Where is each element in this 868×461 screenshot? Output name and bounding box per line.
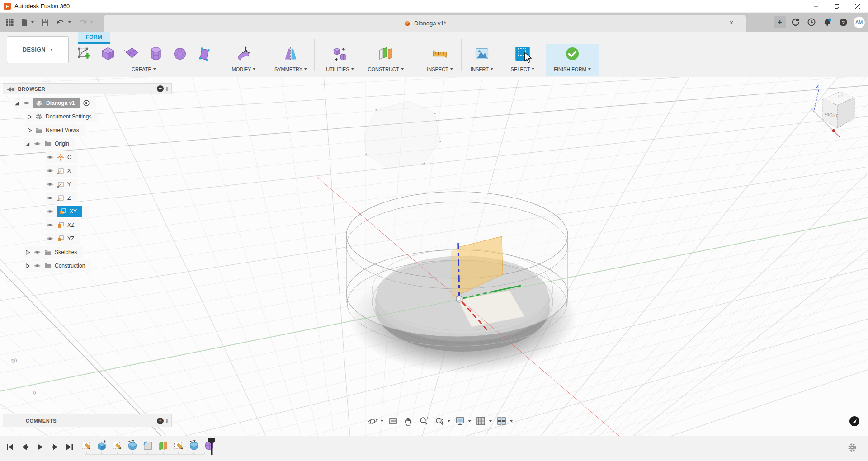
eye-icon[interactable] <box>46 209 54 214</box>
notifications-button[interactable] <box>821 16 833 28</box>
grid-label-0: 0 <box>33 390 36 395</box>
restore-button[interactable] <box>826 0 847 13</box>
eye-icon[interactable] <box>33 263 41 268</box>
document-tab[interactable]: Dianoga v1* × <box>104 15 746 32</box>
browser-minus-button[interactable]: − <box>157 85 164 92</box>
tree-row-origin-point[interactable]: O <box>3 151 172 164</box>
look-at-button[interactable] <box>387 415 400 428</box>
display-settings-button[interactable] <box>454 415 472 428</box>
modify-group-dropdown[interactable]: MODIFY <box>232 66 256 72</box>
component-cube-icon <box>404 20 411 27</box>
tab-close-button[interactable]: × <box>727 19 736 28</box>
tree-row-named-views[interactable]: Named Views <box>3 123 172 137</box>
comments-add-button[interactable]: + <box>157 418 164 424</box>
comments-header[interactable]: COMMENTS +‖ <box>3 414 172 427</box>
create-box-button[interactable] <box>99 45 117 62</box>
preferences-gear-button[interactable] <box>847 442 857 454</box>
extensions-button[interactable] <box>790 16 802 28</box>
save-button[interactable] <box>40 17 50 28</box>
insert-button[interactable] <box>473 45 491 62</box>
assistant-button[interactable] <box>849 416 860 428</box>
tree-row-yz-plane[interactable]: YZ <box>3 232 172 245</box>
eye-icon[interactable] <box>46 182 54 187</box>
view-cube[interactable]: Z TOP RIGHT <box>811 81 868 144</box>
file-menu-button[interactable] <box>19 17 35 28</box>
tree-row-construction[interactable]: Construction <box>3 259 172 273</box>
timeline-position-marker[interactable] <box>208 438 216 458</box>
eye-icon[interactable] <box>46 195 54 201</box>
eye-icon[interactable] <box>46 236 54 241</box>
create-sphere-button[interactable] <box>171 45 189 62</box>
axis-icon <box>57 181 64 188</box>
create-sketch-button[interactable] <box>75 45 93 62</box>
tree-row-xz-plane[interactable]: XZ <box>3 218 172 232</box>
viewport-3d[interactable]: 50 0 <box>0 77 868 436</box>
tree-row-x-axis[interactable]: X <box>3 164 172 178</box>
grid-snap-button[interactable] <box>475 415 493 428</box>
fit-button[interactable] <box>433 415 451 428</box>
create-plane-button[interactable] <box>123 45 141 62</box>
job-status-button[interactable] <box>806 16 817 28</box>
expander-collapsed-icon[interactable] <box>24 263 30 269</box>
eye-icon[interactable] <box>46 155 54 160</box>
modify-button[interactable] <box>235 45 252 62</box>
expander-expanded-icon[interactable] <box>14 100 19 106</box>
tree-row-sketches[interactable]: Sketches <box>3 245 172 259</box>
gear-icon <box>35 113 42 120</box>
modify-caret-icon <box>253 68 255 70</box>
construct-group-dropdown[interactable]: CONSTRUCT <box>368 66 403 72</box>
expander-expanded-icon[interactable] <box>24 141 30 147</box>
undo-button[interactable] <box>55 17 72 27</box>
user-avatar[interactable]: AM <box>853 16 865 28</box>
eye-icon[interactable] <box>46 222 54 228</box>
select-group-dropdown[interactable]: SELECT <box>511 66 535 72</box>
utilities-group-dropdown[interactable]: UTILITIES <box>326 66 354 72</box>
tab-form[interactable]: FORM <box>78 32 110 42</box>
new-tab-button[interactable]: + <box>774 16 786 28</box>
create-cylinder-button[interactable] <box>147 45 165 62</box>
redo-button[interactable] <box>77 17 94 27</box>
expander-collapsed-icon[interactable] <box>26 114 32 120</box>
expander-collapsed-icon[interactable] <box>24 249 30 255</box>
insert-group-dropdown[interactable]: INSERT <box>471 66 493 72</box>
workspace-switcher[interactable]: DESIGN <box>7 36 69 63</box>
tree-row-origin[interactable]: Origin <box>3 137 172 151</box>
pan-button[interactable] <box>402 415 415 428</box>
tree-row-xy-plane-selected[interactable]: XY <box>3 205 172 218</box>
browser-header[interactable]: ◀◀ BROWSER −‖ <box>3 83 172 94</box>
tree-row-root[interactable]: Dianoga v1 <box>3 96 172 110</box>
minimize-button[interactable] <box>806 0 826 13</box>
tree-row-z-axis[interactable]: Z <box>3 191 172 205</box>
tree-row-document-settings[interactable]: Document Settings <box>3 110 172 123</box>
construct-button[interactable] <box>377 45 394 62</box>
zoom-button[interactable]: ± <box>418 415 430 428</box>
ribbon-group-select: SELECT <box>498 45 547 72</box>
browser-grip-handle[interactable]: ‖ <box>166 86 169 92</box>
tree-row-y-axis[interactable]: Y <box>3 178 172 191</box>
symmetry-group-dropdown[interactable]: SYMMETRY <box>274 66 307 72</box>
create-face-button[interactable] <box>195 45 212 62</box>
orbit-button[interactable] <box>366 415 384 428</box>
app-grid-button[interactable] <box>5 17 15 28</box>
eye-icon[interactable] <box>33 141 41 146</box>
symmetry-button[interactable] <box>282 45 299 62</box>
ribbon-group-symmetry: SYMMETRY <box>266 45 316 72</box>
inspect-group-dropdown[interactable]: INSPECT <box>427 66 453 72</box>
close-button[interactable] <box>847 0 868 13</box>
viewports-button[interactable] <box>495 415 514 428</box>
eye-icon[interactable] <box>46 168 54 174</box>
expander-collapsed-icon[interactable] <box>26 127 32 133</box>
eye-icon[interactable] <box>23 100 30 106</box>
finish-form-button[interactable]: FINISH FORM <box>546 44 599 76</box>
insert-image-icon <box>474 46 490 62</box>
inspect-button[interactable] <box>431 45 448 62</box>
viewcube-z-axis <box>814 90 819 112</box>
utilities-button[interactable] <box>331 45 349 62</box>
eye-icon[interactable] <box>33 249 41 255</box>
insert-caret-icon <box>491 68 493 70</box>
comments-grip-handle[interactable]: ‖ <box>166 419 169 424</box>
help-button[interactable]: ? <box>837 16 849 28</box>
activate-radio-icon[interactable] <box>83 99 90 107</box>
browser-collapse-icon[interactable]: ◀◀ <box>7 86 13 92</box>
create-group-dropdown[interactable]: CREATE <box>132 66 156 72</box>
